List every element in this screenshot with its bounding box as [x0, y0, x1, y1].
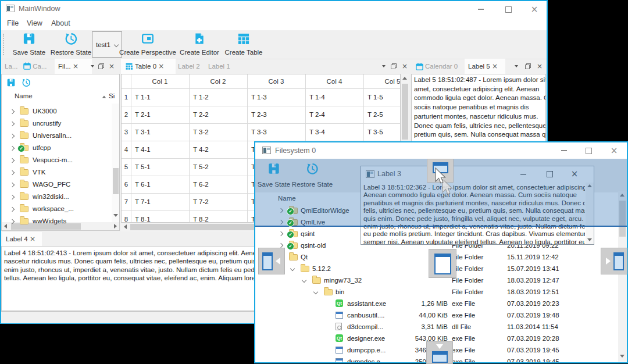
column-header[interactable]: Col 2: [189, 74, 247, 88]
chevron-right-icon[interactable]: [10, 146, 15, 151]
table-cell[interactable]: T 1-1: [135, 88, 151, 106]
table-cell[interactable]: T 3-1: [135, 123, 151, 141]
table-cell[interactable]: T 3-4: [309, 123, 325, 141]
tree-item[interactable]: WAGO_PFC: [2, 179, 119, 191]
save-icon[interactable]: [6, 78, 16, 87]
chevron-right-icon[interactable]: [10, 195, 15, 199]
table-cell[interactable]: T 5-2: [193, 158, 209, 176]
dock-indicator-center[interactable]: [429, 249, 456, 278]
column-header[interactable]: Col 4: [305, 74, 363, 88]
dock-close-icon[interactable]: ×: [402, 62, 408, 70]
menu-view[interactable]: View: [27, 16, 42, 30]
tree-item[interactable]: workspace_...: [2, 203, 119, 215]
tab-list-dropdown-icon[interactable]: [91, 65, 94, 67]
tree-item[interactable]: win32diski...: [2, 191, 119, 203]
tab-close-icon[interactable]: ×: [158, 62, 164, 70]
dock-indicator-right[interactable]: [601, 248, 627, 274]
table-cell[interactable]: T 7-2: [193, 193, 209, 210]
table-cell[interactable]: T 2-1: [135, 106, 151, 123]
chevron-right-icon[interactable]: [279, 243, 283, 248]
row-header[interactable]: 8: [122, 210, 131, 223]
file-row[interactable]: canbusutil....44,00 KiBexe File07.03.201…: [255, 309, 627, 321]
table-cell[interactable]: T 7-1: [135, 193, 151, 210]
table-cell[interactable]: T 3-5: [367, 123, 383, 141]
file-row[interactable]: d3dcompil...3,31 MiBdll File11.03.2014 1…: [255, 321, 627, 333]
tab-calendar-collapsed[interactable]: Ca...: [23, 59, 53, 74]
tab-close-icon[interactable]: ×: [492, 62, 498, 70]
row-header[interactable]: 2: [122, 106, 131, 123]
menu-file[interactable]: File: [7, 16, 19, 30]
chevron-down-icon[interactable]: [290, 266, 295, 271]
create-table-button[interactable]: Create Table: [220, 30, 267, 58]
tab-label-1[interactable]: Label 1: [208, 59, 236, 74]
table-cell[interactable]: T 4-1: [135, 141, 151, 158]
row-header[interactable]: 5: [122, 158, 131, 176]
table-cell[interactable]: T 2-2: [193, 106, 209, 123]
float-dock-icon[interactable]: [525, 63, 531, 69]
table-cell[interactable]: T 3-2: [193, 123, 209, 141]
row-header[interactable]: 4: [122, 141, 131, 158]
restore-state-button[interactable]: Restore State: [49, 30, 93, 58]
table-cell[interactable]: T 1-3: [251, 88, 267, 106]
tree-item[interactable]: wwWidgets: [2, 215, 119, 227]
table-cell[interactable]: T 6-2: [193, 176, 209, 193]
column-header[interactable]: Col 1: [131, 74, 189, 88]
maximize-button[interactable]: [496, 1, 520, 17]
chevron-right-icon[interactable]: [10, 207, 15, 212]
table-cell[interactable]: T 1-4: [309, 88, 325, 106]
minimize-button[interactable]: [469, 1, 493, 17]
tree-item[interactable]: UniversalIn...: [2, 130, 119, 142]
scroll-down-icon[interactable]: [587, 238, 592, 241]
dock-close-icon[interactable]: ×: [537, 62, 543, 70]
table-cell[interactable]: T 8-1: [135, 210, 151, 223]
tab-label-collapsed[interactable]: La...: [2, 59, 23, 74]
row-header[interactable]: 1: [122, 88, 131, 106]
chevron-right-icon[interactable]: [279, 231, 283, 236]
table-cell[interactable]: T 2-3: [251, 106, 267, 123]
chevron-right-icon[interactable]: [10, 134, 15, 138]
table-cell[interactable]: T 6-1: [135, 176, 151, 193]
column-header[interactable]: Col 3: [247, 74, 305, 88]
tab-list-dropdown-icon[interactable]: [515, 65, 518, 67]
dock-close-icon[interactable]: ×: [109, 62, 115, 70]
tree-header-size[interactable]: Si: [109, 92, 115, 99]
tree-header-name[interactable]: Name: [15, 92, 33, 99]
chevron-right-icon[interactable]: [10, 170, 15, 175]
table-cell[interactable]: T 4-2: [193, 141, 209, 158]
table-cell[interactable]: T 1-5: [367, 88, 383, 106]
table-cell[interactable]: T 2-4: [309, 106, 325, 123]
dock-indicator-left[interactable]: [258, 248, 285, 274]
chevron-right-icon[interactable]: [10, 158, 15, 163]
table-cell[interactable]: T 8-2: [193, 210, 209, 223]
float-dock-icon[interactable]: [391, 63, 397, 69]
chevron-right-icon[interactable]: [10, 122, 15, 126]
tree-item[interactable]: Vespucci-m...: [2, 154, 119, 166]
tab-label-5[interactable]: Label 5 ×: [465, 59, 505, 74]
tree-item[interactable]: ✓utfcpp: [2, 142, 119, 154]
row-header[interactable]: 6: [122, 176, 131, 193]
chevron-right-icon[interactable]: [10, 219, 15, 224]
dock-indicator-bottom[interactable]: [426, 341, 453, 364]
scroll-left-icon[interactable]: [124, 224, 127, 229]
tab-label-2[interactable]: Label 2: [178, 59, 206, 74]
file-row[interactable]: Qtassistant.exe1,26 MiBexe File07.03.201…: [255, 298, 627, 309]
float-dock-icon[interactable]: [98, 63, 104, 69]
table-cell[interactable]: T 3-3: [251, 123, 267, 141]
tab-table-0[interactable]: Table 0 ×: [121, 59, 176, 74]
row-header[interactable]: 3: [122, 123, 131, 141]
scroll-up-icon[interactable]: [402, 77, 407, 80]
row-header[interactable]: 7: [122, 193, 131, 210]
scroll-down-icon[interactable]: [620, 355, 625, 358]
chevron-right-icon[interactable]: [10, 183, 15, 187]
tree-item[interactable]: uncrustify: [2, 117, 119, 130]
menu-about[interactable]: About: [51, 16, 70, 30]
chevron-down-icon[interactable]: [302, 278, 306, 283]
chevron-down-icon[interactable]: [313, 290, 318, 294]
restore-history-icon[interactable]: [22, 78, 31, 87]
close-button[interactable]: ×: [522, 1, 547, 17]
scrollbar-thumb[interactable]: [402, 84, 408, 140]
tab-label-4[interactable]: Label 4 ×: [2, 232, 42, 246]
column-header[interactable]: Col 5: [363, 74, 401, 88]
tree-item[interactable]: VTK: [2, 166, 119, 179]
tab-close-icon[interactable]: ×: [73, 62, 78, 70]
